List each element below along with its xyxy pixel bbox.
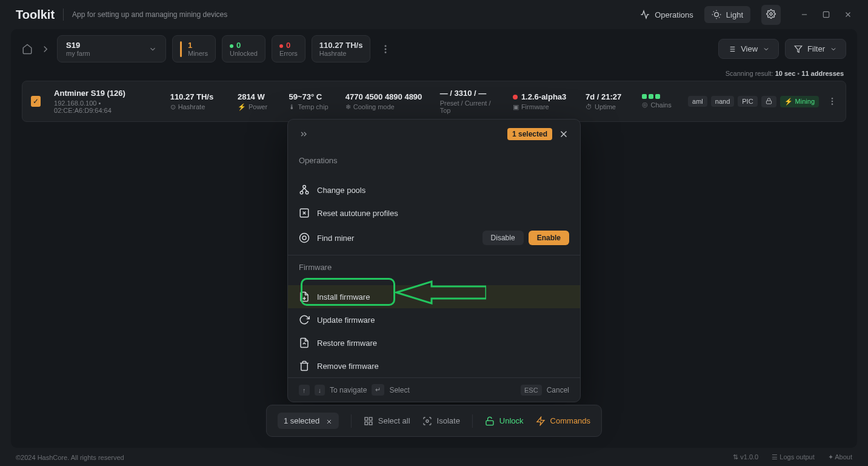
- reset-autotune-item[interactable]: Reset autotune profiles: [288, 201, 580, 225]
- copyright: ©2024 HashCore. All rights reserved: [16, 454, 124, 461]
- bottom-bar: 1 selected Select all Isolate Unlock Com…: [266, 405, 602, 437]
- svg-line-3: [713, 12, 714, 12]
- grid-icon: [364, 416, 373, 426]
- nav-hint: To navigate: [330, 386, 367, 394]
- isolate-icon: [422, 416, 432, 426]
- select-hint: Select: [389, 386, 409, 394]
- svg-line-4: [719, 17, 719, 18]
- modal-close-icon[interactable]: [558, 129, 569, 140]
- app-title: Toolkit: [16, 8, 55, 22]
- theme-toggle[interactable]: Light: [704, 6, 750, 23]
- operations-label: Operations: [655, 10, 693, 19]
- footer: ©2024 HashCore. All rights reserved ⇅ v1…: [0, 448, 868, 466]
- bb-selected[interactable]: 1 selected: [278, 413, 339, 429]
- modal-overlay: 1 selected Operations Change pools Reset…: [11, 29, 857, 448]
- svg-point-0: [714, 13, 718, 17]
- settings-button[interactable]: [761, 5, 781, 25]
- svg-line-31: [302, 188, 305, 191]
- svg-rect-41: [365, 417, 368, 420]
- isolate-button[interactable]: Isolate: [422, 416, 460, 426]
- section-operations: Operations: [299, 156, 569, 165]
- svg-marker-47: [537, 417, 544, 425]
- selected-tag: 1 selected: [507, 128, 552, 140]
- section-firmware: Firmware: [299, 263, 569, 272]
- remove-firmware-item[interactable]: Remove firmware: [288, 354, 580, 377]
- install-icon: [299, 291, 310, 302]
- operations-button[interactable]: Operations: [640, 10, 693, 19]
- cancel-hint: Cancel: [547, 386, 569, 394]
- restore-firmware-item[interactable]: Restore firmware: [288, 331, 580, 354]
- collapse-icon[interactable]: [299, 129, 309, 139]
- svg-point-36: [300, 234, 309, 243]
- key-enter: ↵: [372, 384, 384, 396]
- key-down: ↓: [315, 385, 326, 396]
- unlock-icon: [485, 416, 495, 426]
- reset-icon: [299, 208, 310, 218]
- trash-icon: [299, 360, 310, 371]
- svg-rect-42: [369, 417, 372, 420]
- clear-selection-icon[interactable]: [326, 418, 333, 425]
- theme-label: Light: [726, 10, 743, 19]
- bolt-icon: [536, 416, 546, 426]
- titlebar: Toolkit App for setting up and managing …: [0, 0, 868, 29]
- svg-line-32: [304, 188, 307, 191]
- svg-point-30: [305, 191, 309, 194]
- pools-icon: [299, 184, 310, 195]
- svg-point-28: [303, 186, 306, 189]
- minimize-icon[interactable]: [800, 10, 809, 19]
- sun-icon: [712, 10, 721, 19]
- target-icon: [299, 232, 310, 243]
- svg-rect-44: [365, 422, 368, 425]
- update-firmware-item[interactable]: Update firmware: [288, 308, 580, 331]
- svg-point-45: [426, 420, 429, 422]
- about-link[interactable]: ✦ About: [828, 453, 852, 461]
- key-esc: ESC: [521, 385, 542, 396]
- unlock-button[interactable]: Unlock: [485, 416, 524, 426]
- activity-icon: [640, 10, 650, 19]
- gear-icon: [766, 9, 776, 19]
- svg-point-37: [302, 236, 306, 240]
- svg-point-29: [300, 191, 303, 194]
- change-pools-item[interactable]: Change pools: [288, 178, 580, 201]
- svg-rect-43: [369, 422, 372, 425]
- main-panel: S19 my farm 1 Miners 0 Unlocked 0 Errors: [11, 29, 857, 448]
- commands-modal: 1 selected Operations Change pools Reset…: [287, 119, 581, 402]
- svg-rect-46: [486, 420, 493, 425]
- maximize-icon[interactable]: [822, 10, 830, 19]
- svg-rect-9: [823, 12, 829, 17]
- svg-point-7: [770, 13, 772, 15]
- divider: [63, 8, 64, 21]
- app-subtitle: App for setting up and managing mining d…: [72, 10, 227, 19]
- find-miner-item[interactable]: Find miner Disable Enable: [288, 225, 580, 251]
- enable-button[interactable]: Enable: [529, 231, 569, 245]
- logs-link[interactable]: ☰ Logs output: [772, 453, 815, 461]
- disable-button[interactable]: Disable: [482, 231, 524, 245]
- key-up: ↑: [299, 385, 310, 396]
- close-icon[interactable]: [844, 10, 852, 19]
- restore-icon: [299, 337, 310, 348]
- install-firmware-item[interactable]: Install firmware: [288, 285, 580, 308]
- commands-button[interactable]: Commands: [536, 416, 590, 426]
- update-icon: [299, 314, 310, 325]
- select-all-button[interactable]: Select all: [364, 416, 410, 426]
- version: ⇅ v1.0.0: [733, 453, 758, 461]
